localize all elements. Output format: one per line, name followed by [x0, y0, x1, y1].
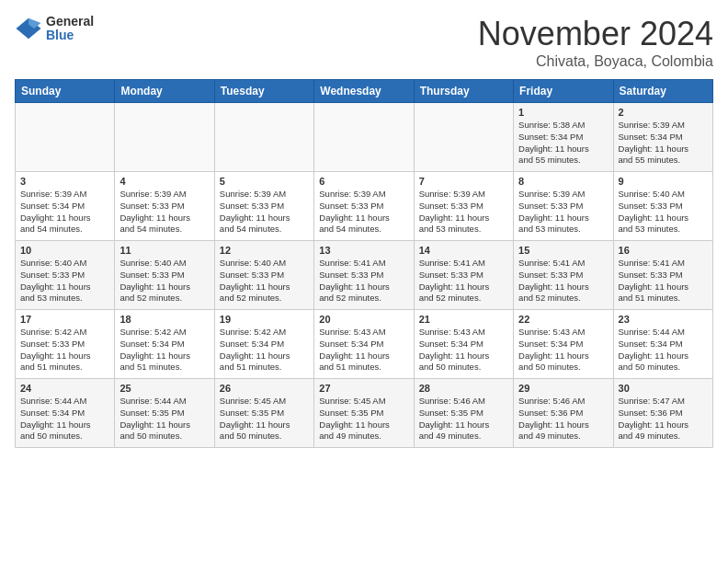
day-info: Sunrise: 5:41 AM Sunset: 5:33 PM Dayligh… [419, 258, 508, 304]
day-number: 11 [119, 245, 209, 256]
day-number: 23 [619, 314, 708, 325]
calendar-col-wednesday: Wednesday [314, 80, 414, 103]
day-info: Sunrise: 5:39 AM Sunset: 5:33 PM Dayligh… [518, 189, 608, 236]
day-info: Sunrise: 5:40 AM Sunset: 5:33 PM Dayligh… [20, 258, 109, 304]
calendar-cell: 25Sunrise: 5:44 AM Sunset: 5:35 PM Dayli… [115, 379, 214, 448]
day-number: 20 [319, 314, 408, 325]
calendar-cell: 28Sunrise: 5:46 AM Sunset: 5:35 PM Dayli… [414, 379, 513, 448]
day-number: 2 [619, 107, 708, 118]
day-info: Sunrise: 5:40 AM Sunset: 5:33 PM Dayligh… [619, 189, 708, 236]
calendar-col-thursday: Thursday [414, 80, 513, 103]
day-number: 15 [518, 245, 608, 256]
day-info: Sunrise: 5:41 AM Sunset: 5:33 PM Dayligh… [518, 258, 608, 304]
day-info: Sunrise: 5:42 AM Sunset: 5:33 PM Dayligh… [20, 327, 109, 373]
calendar-cell: 29Sunrise: 5:46 AM Sunset: 5:36 PM Dayli… [514, 379, 613, 448]
calendar-week-row: 1Sunrise: 5:38 AM Sunset: 5:34 PM Daylig… [16, 103, 713, 172]
calendar-cell: 20Sunrise: 5:43 AM Sunset: 5:34 PM Dayli… [314, 310, 414, 379]
day-number: 24 [20, 383, 109, 394]
calendar-cell: 14Sunrise: 5:41 AM Sunset: 5:33 PM Dayli… [414, 241, 513, 310]
day-info: Sunrise: 5:39 AM Sunset: 5:33 PM Dayligh… [319, 189, 408, 236]
day-number: 12 [220, 245, 309, 256]
calendar-col-saturday: Saturday [613, 80, 712, 103]
day-number: 27 [319, 383, 408, 394]
calendar-cell [16, 103, 115, 172]
calendar-col-friday: Friday [514, 80, 613, 103]
month-title: November 2024 [478, 15, 713, 53]
day-info: Sunrise: 5:39 AM Sunset: 5:33 PM Dayligh… [119, 189, 209, 236]
calendar-cell [214, 103, 313, 172]
day-info: Sunrise: 5:39 AM Sunset: 5:33 PM Dayligh… [220, 189, 309, 236]
calendar-cell: 30Sunrise: 5:47 AM Sunset: 5:36 PM Dayli… [613, 379, 712, 448]
calendar-header-row: SundayMondayTuesdayWednesdayThursdayFrid… [16, 80, 713, 103]
day-number: 6 [319, 176, 408, 187]
day-info: Sunrise: 5:41 AM Sunset: 5:33 PM Dayligh… [619, 258, 708, 304]
page-header: General Blue November 2024 Chivata, Boya… [15, 15, 713, 70]
calendar-cell: 5Sunrise: 5:39 AM Sunset: 5:33 PM Daylig… [214, 172, 313, 241]
day-info: Sunrise: 5:46 AM Sunset: 5:35 PM Dayligh… [419, 396, 508, 442]
calendar-cell [115, 103, 214, 172]
day-number: 18 [119, 314, 209, 325]
calendar-cell: 13Sunrise: 5:41 AM Sunset: 5:33 PM Dayli… [314, 241, 414, 310]
day-number: 10 [20, 245, 109, 256]
calendar-col-sunday: Sunday [16, 80, 115, 103]
logo-blue: Blue [46, 29, 94, 42]
location: Chivata, Boyaca, Colombia [478, 53, 713, 70]
logo-icon [15, 15, 42, 42]
day-number: 29 [518, 383, 608, 394]
day-info: Sunrise: 5:44 AM Sunset: 5:35 PM Dayligh… [119, 396, 209, 442]
day-number: 30 [619, 383, 708, 394]
title-section: November 2024 Chivata, Boyaca, Colombia [478, 15, 713, 70]
day-info: Sunrise: 5:42 AM Sunset: 5:34 PM Dayligh… [119, 327, 209, 373]
day-info: Sunrise: 5:44 AM Sunset: 5:34 PM Dayligh… [619, 327, 708, 373]
day-info: Sunrise: 5:41 AM Sunset: 5:33 PM Dayligh… [319, 258, 408, 304]
day-info: Sunrise: 5:47 AM Sunset: 5:36 PM Dayligh… [619, 396, 708, 442]
day-number: 13 [319, 245, 408, 256]
day-number: 7 [419, 176, 508, 187]
calendar-cell [314, 103, 414, 172]
day-info: Sunrise: 5:39 AM Sunset: 5:34 PM Dayligh… [20, 189, 109, 236]
day-info: Sunrise: 5:39 AM Sunset: 5:34 PM Dayligh… [619, 120, 708, 167]
calendar-cell: 21Sunrise: 5:43 AM Sunset: 5:34 PM Dayli… [414, 310, 513, 379]
calendar-cell: 10Sunrise: 5:40 AM Sunset: 5:33 PM Dayli… [16, 241, 115, 310]
calendar-cell: 16Sunrise: 5:41 AM Sunset: 5:33 PM Dayli… [613, 241, 712, 310]
day-number: 28 [419, 383, 508, 394]
calendar-cell: 18Sunrise: 5:42 AM Sunset: 5:34 PM Dayli… [115, 310, 214, 379]
logo: General Blue [15, 15, 94, 43]
day-number: 9 [619, 176, 708, 187]
day-number: 1 [518, 107, 608, 118]
day-number: 17 [20, 314, 109, 325]
day-number: 16 [619, 245, 708, 256]
calendar-week-row: 10Sunrise: 5:40 AM Sunset: 5:33 PM Dayli… [16, 241, 713, 310]
calendar-table: SundayMondayTuesdayWednesdayThursdayFrid… [15, 79, 713, 448]
day-number: 25 [119, 383, 209, 394]
calendar-week-row: 3Sunrise: 5:39 AM Sunset: 5:34 PM Daylig… [16, 172, 713, 241]
day-info: Sunrise: 5:38 AM Sunset: 5:34 PM Dayligh… [518, 120, 608, 167]
calendar-col-tuesday: Tuesday [214, 80, 313, 103]
calendar-cell: 27Sunrise: 5:45 AM Sunset: 5:35 PM Dayli… [314, 379, 414, 448]
calendar-cell: 8Sunrise: 5:39 AM Sunset: 5:33 PM Daylig… [514, 172, 613, 241]
calendar-cell: 22Sunrise: 5:43 AM Sunset: 5:34 PM Dayli… [514, 310, 613, 379]
calendar-cell: 17Sunrise: 5:42 AM Sunset: 5:33 PM Dayli… [16, 310, 115, 379]
calendar-cell: 6Sunrise: 5:39 AM Sunset: 5:33 PM Daylig… [314, 172, 414, 241]
calendar-cell: 26Sunrise: 5:45 AM Sunset: 5:35 PM Dayli… [214, 379, 313, 448]
logo-general: General [46, 15, 94, 29]
calendar-week-row: 24Sunrise: 5:44 AM Sunset: 5:34 PM Dayli… [16, 379, 713, 448]
day-info: Sunrise: 5:45 AM Sunset: 5:35 PM Dayligh… [220, 396, 309, 442]
calendar-cell: 4Sunrise: 5:39 AM Sunset: 5:33 PM Daylig… [115, 172, 214, 241]
day-info: Sunrise: 5:42 AM Sunset: 5:34 PM Dayligh… [220, 327, 309, 373]
day-info: Sunrise: 5:39 AM Sunset: 5:33 PM Dayligh… [419, 189, 508, 236]
calendar-cell: 24Sunrise: 5:44 AM Sunset: 5:34 PM Dayli… [16, 379, 115, 448]
day-info: Sunrise: 5:46 AM Sunset: 5:36 PM Dayligh… [518, 396, 608, 442]
day-info: Sunrise: 5:40 AM Sunset: 5:33 PM Dayligh… [119, 258, 209, 304]
calendar-cell: 19Sunrise: 5:42 AM Sunset: 5:34 PM Dayli… [214, 310, 313, 379]
day-number: 22 [518, 314, 608, 325]
day-number: 26 [220, 383, 309, 394]
calendar-cell: 3Sunrise: 5:39 AM Sunset: 5:34 PM Daylig… [16, 172, 115, 241]
day-number: 14 [419, 245, 508, 256]
day-info: Sunrise: 5:44 AM Sunset: 5:34 PM Dayligh… [20, 396, 109, 442]
calendar-col-monday: Monday [115, 80, 214, 103]
calendar-cell: 11Sunrise: 5:40 AM Sunset: 5:33 PM Dayli… [115, 241, 214, 310]
calendar-week-row: 17Sunrise: 5:42 AM Sunset: 5:33 PM Dayli… [16, 310, 713, 379]
logo-text: General Blue [46, 15, 94, 43]
day-number: 4 [119, 176, 209, 187]
